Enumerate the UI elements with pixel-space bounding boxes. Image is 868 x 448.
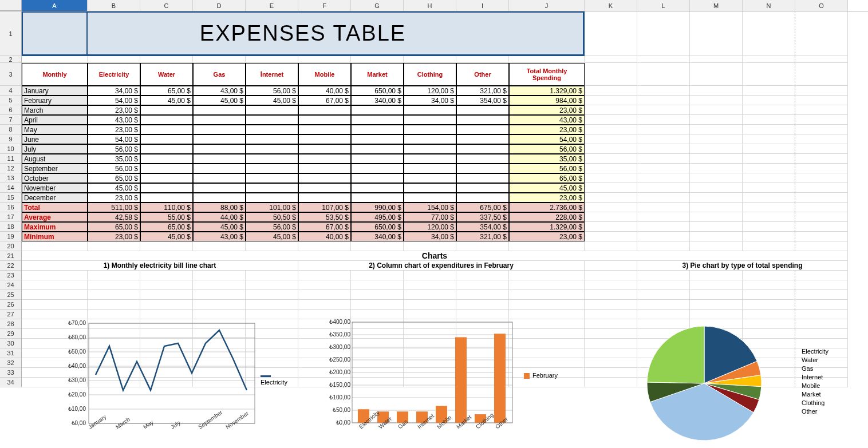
cell-empty[interactable] (22, 56, 88, 63)
row-header-9[interactable]: 9 (0, 134, 22, 144)
cell-empty[interactable] (795, 212, 848, 222)
cell-February-D[interactable]: 45,00 $ (193, 96, 246, 105)
cell-empty[interactable] (690, 173, 743, 183)
cell-October-I[interactable] (456, 173, 509, 183)
cell-February-G[interactable]: 340,00 $ (351, 96, 404, 105)
cell-empty[interactable] (193, 56, 246, 63)
cell-empty[interactable] (193, 280, 246, 290)
cell-June-total[interactable]: 54,00 $ (509, 134, 585, 144)
cell-December-G[interactable] (351, 193, 404, 203)
row-header-14[interactable]: 14 (0, 183, 22, 193)
cell-empty[interactable] (404, 300, 456, 310)
cell-empty[interactable] (585, 115, 637, 125)
cell-February-H[interactable]: 34,00 $ (404, 96, 456, 105)
cell-empty[interactable] (637, 134, 690, 144)
cell-empty[interactable] (140, 290, 193, 300)
cell-empty[interactable] (743, 86, 795, 96)
cell-May-H[interactable] (404, 125, 456, 134)
cell-empty[interactable] (585, 290, 637, 300)
cell-February-F[interactable]: 67,00 $ (298, 96, 351, 105)
col-header-I[interactable]: I (456, 0, 509, 11)
cell-empty[interactable] (456, 271, 509, 280)
cell-empty[interactable] (743, 183, 795, 193)
cell-empty[interactable] (637, 290, 690, 300)
summary-Minimum-J[interactable]: 23,00 $ (509, 232, 585, 241)
cell-empty[interactable] (509, 241, 585, 251)
cell-December-H[interactable] (404, 193, 456, 203)
cell-empty[interactable] (88, 300, 140, 310)
header-Market[interactable]: Market (351, 63, 404, 86)
row-header-24[interactable]: 24 (0, 280, 22, 290)
col-header-M[interactable]: M (690, 0, 743, 11)
cell-empty[interactable] (88, 271, 140, 280)
cell-March-D[interactable] (193, 105, 246, 115)
cell-empty[interactable] (351, 56, 404, 63)
cell-November-E[interactable] (246, 183, 298, 193)
cell-empty[interactable] (743, 271, 795, 280)
cell-August-B[interactable]: 35,00 $ (88, 154, 140, 164)
cell-empty[interactable] (637, 203, 690, 212)
row-header-15[interactable]: 15 (0, 193, 22, 203)
summary-Average-J[interactable]: 228,00 $ (509, 212, 585, 222)
cell-empty[interactable] (585, 125, 637, 134)
cell-empty[interactable] (743, 222, 795, 232)
header-Clothing[interactable]: Clothing (404, 63, 456, 86)
cell-empty[interactable] (743, 105, 795, 115)
cell-January-E[interactable]: 56,00 $ (246, 86, 298, 96)
cell-empty[interactable] (690, 63, 743, 86)
row-header-28[interactable]: 28 (0, 319, 22, 329)
cell-December-E[interactable] (246, 193, 298, 203)
cell-empty[interactable] (351, 280, 404, 290)
cell-empty[interactable] (585, 232, 637, 241)
cell-empty[interactable] (585, 56, 637, 63)
cell-empty[interactable] (509, 56, 585, 63)
cell-empty[interactable] (585, 63, 637, 86)
cell-October-H[interactable] (404, 173, 456, 183)
cell-October-F[interactable] (298, 173, 351, 183)
cell-March-C[interactable] (140, 105, 193, 115)
chart-line-electricity[interactable]: ₺0,00₺10,00₺20,00₺30,00₺40,00₺50,00₺60,0… (54, 318, 295, 443)
cell-September-H[interactable] (404, 164, 456, 173)
cell-empty[interactable] (637, 183, 690, 193)
cell-October-G[interactable] (351, 173, 404, 183)
cell-empty[interactable] (795, 164, 848, 173)
col-header-F[interactable]: F (298, 0, 351, 11)
cell-August-H[interactable] (404, 154, 456, 164)
cell-empty[interactable] (585, 203, 637, 212)
cell-empty[interactable] (140, 241, 193, 251)
cell-empty[interactable] (637, 105, 690, 115)
cell-empty[interactable] (140, 271, 193, 280)
month-July[interactable]: July (22, 144, 88, 154)
row-header-18[interactable]: 18 (0, 222, 22, 232)
month-January[interactable]: January (22, 86, 88, 96)
cell-April-D[interactable] (193, 115, 246, 125)
title-cell[interactable]: EXPENSES TABLE (22, 11, 585, 56)
cell-empty[interactable] (585, 144, 637, 154)
cell-empty[interactable] (637, 154, 690, 164)
col-header-E[interactable]: E (246, 0, 298, 11)
cell-empty[interactable] (795, 115, 848, 125)
month-June[interactable]: June (22, 134, 88, 144)
cell-October-C[interactable] (140, 173, 193, 183)
month-February[interactable]: February (22, 96, 88, 105)
month-March[interactable]: March (22, 105, 88, 115)
cell-empty[interactable] (585, 241, 637, 251)
summary-Minimum-H[interactable]: 34,00 $ (404, 232, 456, 241)
header-Water[interactable]: Water (140, 63, 193, 86)
cell-empty[interactable] (637, 164, 690, 173)
cell-empty[interactable] (585, 134, 637, 144)
select-all-corner[interactable] (0, 0, 22, 11)
cell-empty[interactable] (585, 164, 637, 173)
summary-Maximum-J[interactable]: 1.329,00 $ (509, 222, 585, 232)
cell-empty[interactable] (690, 125, 743, 134)
cell-June-B[interactable]: 54,00 $ (88, 134, 140, 144)
cell-July-total[interactable]: 56,00 $ (509, 144, 585, 154)
cell-empty[interactable] (585, 154, 637, 164)
cell-empty[interactable] (637, 144, 690, 154)
cell-empty[interactable] (690, 300, 743, 310)
summary-Total-G[interactable]: 990,00 $ (351, 203, 404, 212)
cell-July-C[interactable] (140, 144, 193, 154)
cell-empty[interactable] (585, 86, 637, 96)
cell-empty[interactable] (795, 193, 848, 203)
cell-empty[interactable] (690, 96, 743, 105)
